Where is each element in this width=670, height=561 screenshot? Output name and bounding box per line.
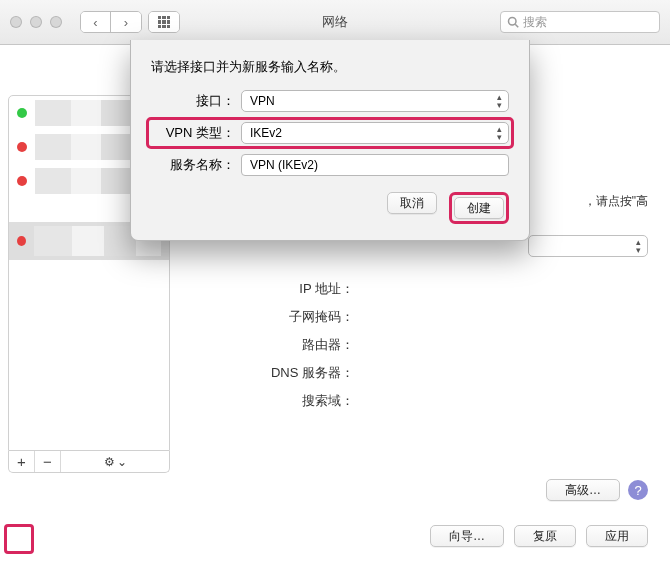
vpn-type-value: IKEv2: [250, 126, 282, 140]
show-all-button[interactable]: [148, 11, 180, 33]
help-icon: ?: [634, 483, 641, 498]
status-dot-disconnected-icon: [17, 176, 27, 186]
zoom-window-button[interactable]: [50, 16, 62, 28]
remove-service-button[interactable]: −: [35, 451, 61, 472]
create-button[interactable]: 创建: [454, 197, 504, 219]
highlight-vpn-type-row: VPN 类型： IKEv2 ▴▾: [146, 117, 514, 149]
highlight-add-button: [4, 524, 34, 554]
assist-button[interactable]: 向导…: [430, 525, 504, 547]
hint-text: ，请点按"高: [584, 193, 648, 210]
svg-point-0: [509, 18, 517, 26]
action-menu-button[interactable]: ⚙⌄: [61, 451, 169, 472]
chevron-updown-icon: ▴▾: [497, 93, 502, 109]
label-router: 路由器：: [170, 336, 360, 354]
config-popup[interactable]: ▴▾: [528, 235, 648, 257]
label-searchdomain: 搜索域：: [170, 392, 360, 410]
svg-line-1: [515, 24, 518, 27]
revert-button[interactable]: 复原: [514, 525, 576, 547]
label-dns: DNS 服务器：: [170, 364, 360, 382]
traffic-lights: [10, 16, 62, 28]
search-placeholder: 搜索: [523, 14, 547, 31]
status-dot-disconnected-icon: [17, 236, 26, 246]
interface-select[interactable]: VPN ▴▾: [241, 90, 509, 112]
grid-icon: [158, 16, 170, 28]
status-dot-disconnected-icon: [17, 142, 27, 152]
service-name-input[interactable]: [241, 154, 509, 176]
status-dot-connected-icon: [17, 108, 27, 118]
vpn-type-select[interactable]: IKEv2 ▴▾: [241, 122, 509, 144]
new-service-sheet: 请选择接口并为新服务输入名称。 接口： VPN ▴▾ VPN 类型： IKEv2…: [130, 40, 530, 241]
forward-button[interactable]: ›: [111, 12, 141, 32]
list-action-bar: + − ⚙⌄: [8, 451, 170, 473]
label-subnet: 子网掩码：: [170, 308, 360, 326]
close-window-button[interactable]: [10, 16, 22, 28]
help-button[interactable]: ?: [628, 480, 648, 500]
interface-value: VPN: [250, 94, 275, 108]
search-icon: [507, 16, 519, 28]
chevron-down-icon: ⌄: [117, 455, 127, 469]
window-title: 网络: [322, 13, 348, 31]
chevron-updown-icon: ▴▾: [497, 125, 502, 141]
label-service-name: 服务名称：: [151, 156, 241, 174]
advanced-button[interactable]: 高级…: [546, 479, 620, 501]
label-vpn-type: VPN 类型：: [151, 124, 241, 142]
highlight-create-button: 创建: [449, 192, 509, 224]
window-titlebar: ‹ › 网络 搜索: [0, 0, 670, 45]
search-input[interactable]: 搜索: [500, 11, 660, 33]
label-ip: IP 地址：: [170, 280, 360, 298]
sheet-prompt: 请选择接口并为新服务输入名称。: [151, 58, 509, 76]
chevron-updown-icon: ▴▾: [636, 238, 641, 254]
gear-icon: ⚙: [104, 455, 115, 469]
back-button[interactable]: ‹: [81, 12, 111, 32]
nav-buttons: ‹ ›: [80, 11, 142, 33]
cancel-button[interactable]: 取消: [387, 192, 437, 214]
apply-button[interactable]: 应用: [586, 525, 648, 547]
minimize-window-button[interactable]: [30, 16, 42, 28]
add-service-button[interactable]: +: [9, 451, 35, 472]
label-interface: 接口：: [151, 92, 241, 110]
